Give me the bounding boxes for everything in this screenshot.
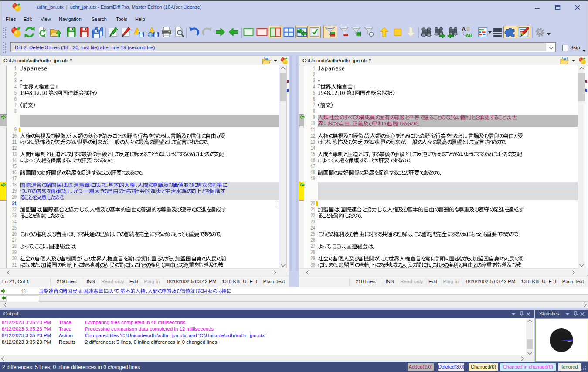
- svg-text:B: B: [466, 26, 470, 32]
- svg-text:AB: AB: [466, 33, 472, 38]
- svg-text:A: A: [462, 26, 466, 33]
